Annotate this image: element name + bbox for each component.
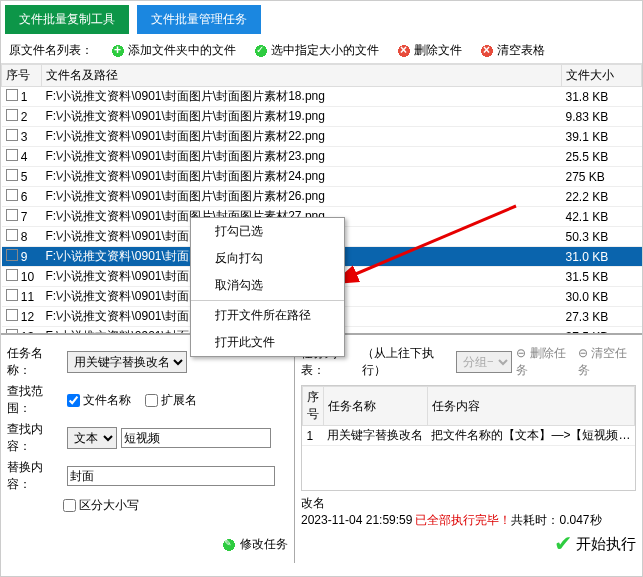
size-cell: 25.5 KB bbox=[562, 147, 642, 167]
row-checkbox[interactable] bbox=[6, 109, 18, 121]
row-checkbox[interactable] bbox=[6, 89, 18, 101]
delete-icon bbox=[397, 44, 411, 58]
size-cell: 30.0 KB bbox=[562, 287, 642, 307]
ctx-uncheck[interactable]: 取消勾选 bbox=[191, 272, 344, 299]
path-cell: F:\小说推文资料\0901\封面图片\封面图片素材24.png bbox=[42, 167, 562, 187]
size-cell: 27.3 KB bbox=[562, 307, 642, 327]
col-size[interactable]: 文件大小 bbox=[562, 65, 642, 87]
task-content-cell: 把文件名称的【文本】—>【短视频… bbox=[427, 426, 634, 446]
table-row[interactable]: 1F:\小说推文资料\0901\封面图片\封面图片素材18.png31.8 KB bbox=[2, 87, 642, 107]
ctx-check-selected[interactable]: 打勾已选 bbox=[191, 218, 344, 245]
path-cell: F:\小说推文资料\0901\封面图片\封面图片素材22.png bbox=[42, 127, 562, 147]
execute-icon: ✔ bbox=[554, 531, 572, 557]
row-checkbox[interactable] bbox=[6, 309, 18, 321]
tcol-content: 任务内容 bbox=[427, 387, 634, 426]
tcol-seq: 序号 bbox=[302, 387, 323, 426]
clear-icon bbox=[480, 44, 494, 58]
select-size-button[interactable]: 选中指定大小的文件 bbox=[254, 42, 379, 59]
task-row[interactable]: 1 用关键字替换改名 把文件名称的【文本】—>【短视频… bbox=[302, 426, 634, 446]
row-checkbox[interactable] bbox=[6, 249, 18, 261]
add-icon bbox=[111, 44, 125, 58]
row-checkbox[interactable] bbox=[6, 269, 18, 281]
size-cell: 31.8 KB bbox=[562, 87, 642, 107]
task-order-label: （从上往下执行） bbox=[362, 345, 453, 379]
delete-files-label: 删除文件 bbox=[414, 42, 462, 59]
group-select[interactable]: 分组一 bbox=[456, 351, 512, 373]
replace-label: 替换内容： bbox=[7, 459, 63, 493]
find-input[interactable] bbox=[121, 428, 271, 448]
ext-cb-label: 扩展名 bbox=[161, 392, 197, 409]
size-cell: 275 KB bbox=[562, 167, 642, 187]
path-cell: F:\小说推文资料\0901\封面图片\封面图片素材19.png bbox=[42, 107, 562, 127]
clear-table-button[interactable]: 清空表格 bbox=[480, 42, 545, 59]
row-checkbox[interactable] bbox=[6, 289, 18, 301]
find-type-select[interactable]: 文本 bbox=[67, 427, 117, 449]
table-row[interactable]: 6F:\小说推文资料\0901\封面图片\封面图片素材26.png22.2 KB bbox=[2, 187, 642, 207]
modify-task-label: 修改任务 bbox=[240, 536, 288, 553]
clear-task-button[interactable]: ⊖ 清空任务 bbox=[578, 345, 636, 379]
task-list-panel: 任务列表： （从上往下执行） 分组一 ⊖ 删除任务 ⊖ 清空任务 序号 任务名称… bbox=[295, 335, 642, 563]
ctx-open-dir[interactable]: 打开文件所在路径 bbox=[191, 302, 344, 329]
row-checkbox[interactable] bbox=[6, 129, 18, 141]
ext-checkbox[interactable] bbox=[145, 394, 158, 407]
clear-table-label: 清空表格 bbox=[497, 42, 545, 59]
task-name-select[interactable]: 用关键字替换改名 bbox=[67, 351, 187, 373]
task-name-cell: 用关键字替换改名 bbox=[323, 426, 427, 446]
size-cell: 22.2 KB bbox=[562, 187, 642, 207]
check-icon bbox=[254, 44, 268, 58]
size-cell: 39.1 KB bbox=[562, 127, 642, 147]
case-checkbox[interactable] bbox=[63, 499, 76, 512]
size-cell: 31.0 KB bbox=[562, 247, 642, 267]
size-cell: 37.5 KB bbox=[562, 327, 642, 335]
row-checkbox[interactable] bbox=[6, 169, 18, 181]
size-cell: 9.83 KB bbox=[562, 107, 642, 127]
context-menu: 打勾已选 反向打勾 取消勾选 打开文件所在路径 打开此文件 bbox=[190, 217, 345, 357]
case-cb-label: 区分大小写 bbox=[79, 497, 139, 514]
filename-cb-label: 文件名称 bbox=[83, 392, 131, 409]
tcol-name: 任务名称 bbox=[323, 387, 427, 426]
table-row[interactable]: 5F:\小说推文资料\0901\封面图片\封面图片素材24.png275 KB bbox=[2, 167, 642, 187]
size-cell: 50.3 KB bbox=[562, 227, 642, 247]
ctx-open-file[interactable]: 打开此文件 bbox=[191, 329, 344, 356]
status-area: 改名 2023-11-04 21:59:59 已全部执行完毕！共耗时：0.047… bbox=[301, 495, 636, 529]
delete-files-button[interactable]: 删除文件 bbox=[397, 42, 462, 59]
col-seq[interactable]: 序号 bbox=[2, 65, 42, 87]
scope-label: 查找范围： bbox=[7, 383, 63, 417]
path-cell: F:\小说推文资料\0901\封面图片\封面图片素材23.png bbox=[42, 147, 562, 167]
table-row[interactable]: 2F:\小说推文资料\0901\封面图片\封面图片素材19.png9.83 KB bbox=[2, 107, 642, 127]
size-cell: 42.1 KB bbox=[562, 207, 642, 227]
row-checkbox[interactable] bbox=[6, 229, 18, 241]
filename-checkbox[interactable] bbox=[67, 394, 80, 407]
task-form-panel: 任务名称： 用关键字替换改名 查找范围： 文件名称 扩展名 查找内容： 文本 替… bbox=[1, 335, 295, 563]
execute-button[interactable]: 开始执行 bbox=[576, 535, 636, 554]
add-files-button[interactable]: 添加文件夹中的文件 bbox=[111, 42, 236, 59]
path-cell: F:\小说推文资料\0901\封面图片\封面图片素材26.png bbox=[42, 187, 562, 207]
table-row[interactable]: 3F:\小说推文资料\0901\封面图片\封面图片素材22.png39.1 KB bbox=[2, 127, 642, 147]
select-size-label: 选中指定大小的文件 bbox=[271, 42, 379, 59]
file-copy-tool-button[interactable]: 文件批量复制工具 bbox=[5, 5, 129, 34]
add-files-label: 添加文件夹中的文件 bbox=[128, 42, 236, 59]
file-manage-task-button[interactable]: 文件批量管理任务 bbox=[137, 5, 261, 34]
edit-icon bbox=[222, 538, 236, 552]
replace-input[interactable] bbox=[67, 466, 275, 486]
task-name-label: 任务名称： bbox=[7, 345, 63, 379]
find-label: 查找内容： bbox=[7, 421, 63, 455]
size-cell: 31.5 KB bbox=[562, 267, 642, 287]
row-checkbox[interactable] bbox=[6, 149, 18, 161]
modify-task-button[interactable]: 修改任务 bbox=[222, 536, 288, 553]
source-list-label: 原文件名列表： bbox=[9, 42, 93, 59]
row-checkbox[interactable] bbox=[6, 189, 18, 201]
task-seq: 1 bbox=[302, 426, 323, 446]
row-checkbox[interactable] bbox=[6, 209, 18, 221]
col-path[interactable]: 文件名及路径 bbox=[42, 65, 562, 87]
table-row[interactable]: 4F:\小说推文资料\0901\封面图片\封面图片素材23.png25.5 KB bbox=[2, 147, 642, 167]
path-cell: F:\小说推文资料\0901\封面图片\封面图片素材18.png bbox=[42, 87, 562, 107]
delete-task-button[interactable]: ⊖ 删除任务 bbox=[516, 345, 574, 379]
ctx-invert-check[interactable]: 反向打勾 bbox=[191, 245, 344, 272]
